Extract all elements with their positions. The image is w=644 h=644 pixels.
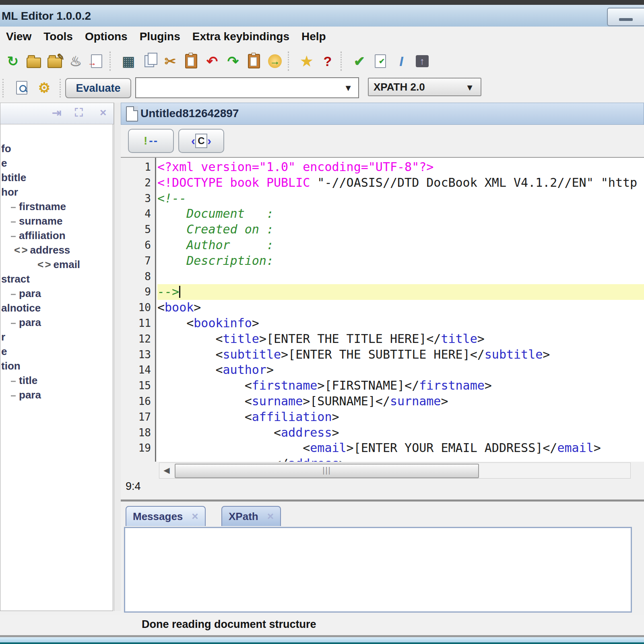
document-structure-tree[interactable]: foebtitlehorfirstnamesurnameaffiliation<…: [0, 124, 113, 611]
toolbar-separator: [109, 52, 116, 71]
dock-icon[interactable]: ⇥: [52, 106, 61, 120]
menu-item-options[interactable]: Options: [79, 30, 134, 43]
menu-item-tools[interactable]: Tools: [37, 30, 79, 43]
redo-icon[interactable]: ↷: [223, 51, 244, 72]
cut-icon[interactable]: ✂: [160, 51, 181, 72]
line-number: 2: [121, 175, 155, 191]
bottom-panel-splitter[interactable]: [121, 500, 644, 502]
line-number: 3: [121, 191, 155, 206]
paste-special-icon[interactable]: [244, 51, 264, 72]
element-icon: < >: [37, 258, 50, 270]
tree-item-surname[interactable]: surname: [0, 214, 113, 228]
chevron-down-icon[interactable]: ▼: [344, 83, 353, 93]
editor-tab-bar[interactable]: Untitled812642897: [121, 103, 644, 125]
tree-item-fo[interactable]: fo: [0, 141, 113, 156]
tab-close-icon[interactable]: ×: [192, 510, 198, 523]
menu-item-plugins[interactable]: Plugins: [134, 30, 186, 43]
revert-icon[interactable]: ♨: [65, 51, 86, 72]
status-message: Done reading document structure: [142, 618, 316, 631]
minimize-button[interactable]: [607, 8, 644, 26]
bookmark-icon[interactable]: ★: [296, 51, 317, 72]
code-line: </address>: [157, 456, 644, 462]
toolbar-separator: [288, 52, 294, 71]
refresh-icon[interactable]: ↻: [2, 51, 23, 72]
tree-item-tion[interactable]: tion: [0, 359, 113, 373]
menu-item-extra-keybindings[interactable]: Extra keybindings: [186, 30, 295, 43]
code-line: <!DOCTYPE book PUBLIC "-//OASIS//DTD Doc…: [157, 175, 644, 191]
code-line: <address>: [157, 425, 644, 441]
paste-icon[interactable]: [181, 51, 202, 72]
scrollbar-thumb[interactable]: |||: [175, 464, 479, 478]
cdata-button[interactable]: ‹ C ›: [178, 129, 224, 153]
tree-item-label: tion: [1, 360, 21, 372]
import-icon[interactable]: →: [86, 51, 107, 72]
line-number: 18: [121, 425, 155, 441]
tree-item-address[interactable]: < >address: [0, 243, 113, 257]
export-icon[interactable]: ↑: [412, 51, 433, 72]
xpath-expression-combo[interactable]: ▼: [135, 77, 359, 98]
tree-item-title[interactable]: title: [0, 373, 113, 388]
comment-button[interactable]: ! --: [128, 129, 174, 153]
tree-item-r[interactable]: r: [0, 330, 113, 344]
tab-label: Messages: [133, 510, 183, 523]
tree-item-label: firstname: [19, 200, 66, 213]
code-line: <subtitle>[ENTER THE SUBTITLE HERE]</sub…: [157, 347, 644, 363]
line-number: 4: [121, 206, 155, 222]
tab-messages[interactable]: Messages×: [126, 506, 206, 526]
code-line: <author>: [157, 362, 644, 378]
search-document-icon[interactable]: [11, 77, 32, 98]
toolbar-separator: [2, 79, 4, 97]
line-number: 5: [121, 222, 155, 237]
code-line: <surname>[SURNAME]</surname>: [157, 394, 644, 409]
code-line: <book>: [157, 300, 644, 316]
line-number: 10: [121, 300, 155, 316]
line-number: 16: [121, 394, 155, 409]
tab-close-icon[interactable]: ×: [267, 510, 274, 523]
minimize-icon: [619, 18, 633, 21]
tree-item-label: alnotice: [1, 302, 41, 314]
horizontal-scrollbar[interactable]: ◀ |||: [159, 462, 631, 479]
evaluate-button[interactable]: Evaluate: [65, 78, 131, 98]
comment-bang: !: [144, 134, 147, 147]
expand-icon[interactable]: ⛶: [75, 106, 83, 120]
table-icon[interactable]: ▦: [118, 51, 139, 72]
validate-icon[interactable]: ✔: [349, 51, 370, 72]
title-bar[interactable]: ML Editor 1.0.0.2: [0, 5, 644, 27]
bottom-tab-strip: Messages×XPath×: [121, 505, 644, 527]
sidebar-splitter[interactable]: [114, 103, 121, 611]
undo-icon[interactable]: ↶: [202, 51, 223, 72]
close-icon[interactable]: ×: [100, 106, 106, 119]
tree-item-stract[interactable]: stract: [0, 272, 113, 286]
messages-panel[interactable]: [124, 527, 632, 613]
tree-item-alnotice[interactable]: alnotice: [0, 301, 113, 315]
text-cursor-icon[interactable]: I: [391, 51, 412, 72]
tree-item-para[interactable]: para: [0, 315, 113, 330]
tree-item-btitle[interactable]: btitle: [0, 170, 113, 185]
tree-item-para[interactable]: para: [0, 286, 113, 301]
xpath-version-select[interactable]: XPATH 2.0 ▼: [368, 78, 481, 96]
preview-icon[interactable]: ✔: [370, 51, 391, 72]
folder-edit-icon[interactable]: ✎: [44, 51, 65, 72]
status-bar: Done reading document structure: [0, 615, 644, 635]
tree-item-hor[interactable]: hor: [0, 185, 113, 199]
settings-gear-icon[interactable]: ⚙: [34, 77, 55, 98]
tree-item-para[interactable]: para: [0, 388, 113, 402]
toolbar-xpath: ⚙ Evaluate ▼ XPATH 2.0 ▼: [0, 76, 644, 101]
tree-item-affiliation[interactable]: affiliation: [0, 228, 113, 243]
tree-item-e[interactable]: e: [0, 344, 113, 359]
help-icon[interactable]: ?: [317, 51, 338, 72]
tree-item-firstname[interactable]: firstname: [0, 199, 113, 214]
tab-xpath[interactable]: XPath×: [221, 506, 281, 526]
open-folder-icon[interactable]: [23, 51, 44, 72]
tree-item-email[interactable]: < >email: [0, 257, 113, 272]
run-icon[interactable]: →: [264, 51, 285, 72]
tree-item-e[interactable]: e: [0, 156, 113, 170]
editor-button-row: ! -- ‹ C ›: [121, 125, 644, 157]
menu-item-help[interactable]: Help: [295, 30, 332, 43]
code-line: <!--: [157, 191, 644, 206]
sidebar-header: ⇥ ⛶ ×: [0, 103, 114, 124]
scroll-left-arrow-icon[interactable]: ◀: [161, 464, 172, 476]
xml-code-editor[interactable]: 12345678910111213141516171819 <?xml vers…: [121, 157, 644, 462]
menu-item-view[interactable]: View: [0, 30, 37, 43]
copy-icon[interactable]: [139, 51, 160, 72]
